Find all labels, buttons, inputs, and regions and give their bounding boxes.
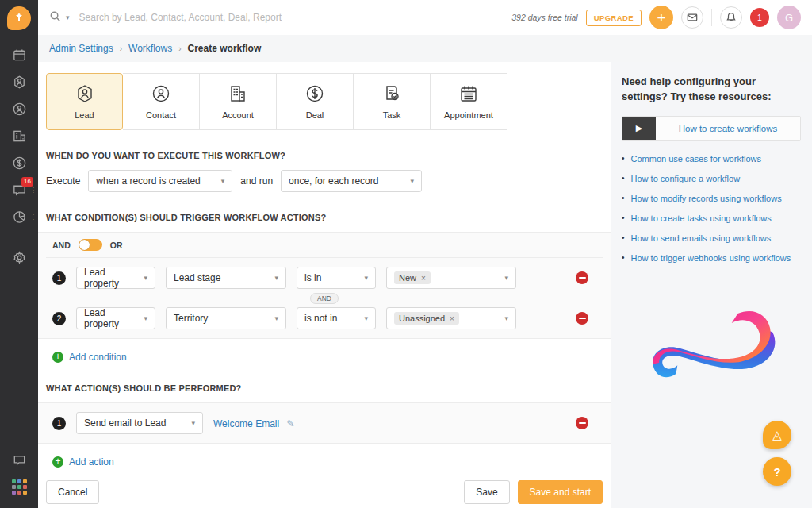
analytics-nav-icon[interactable]: ⋮ [0, 203, 38, 230]
remove-condition-button[interactable] [576, 271, 588, 284]
property-type-dropdown[interactable]: Lead property ▾ [76, 267, 155, 289]
conversations-nav-icon[interactable]: 16 ⋮ [0, 176, 38, 203]
accounts-nav-icon[interactable] [0, 122, 38, 149]
action-type-dropdown[interactable]: Send email to Lead ▾ [76, 412, 203, 434]
conditions-group: AND OR 1 Lead property ▾ Lead stage ▾ is… [38, 232, 611, 339]
breadcrumb: Admin Settings › Workflows › Create work… [38, 35, 812, 62]
chevron-down-icon: ▾ [191, 419, 195, 427]
actions-section-heading: WHAT ACTION(S) SHOULD BE PERFORMED? [46, 383, 603, 393]
chevron-down-icon: ▾ [221, 177, 225, 185]
conditions-section-heading: WHAT CONDITION(S) SHOULD TRIGGER WORKFLO… [46, 213, 603, 222]
field-dropdown[interactable]: Lead stage ▾ [166, 267, 286, 289]
bullet-icon: • [622, 233, 625, 243]
search-icon[interactable] [49, 10, 61, 25]
conversations-badge: 16 [21, 177, 33, 187]
property-type-dropdown[interactable]: Lead property ▾ [76, 307, 155, 329]
operator-dropdown[interactable]: is not in ▾ [297, 307, 376, 329]
value-chip-text: Unassigned [399, 314, 445, 323]
bullet-icon: • [622, 214, 625, 223]
contacts-nav-icon[interactable] [0, 95, 38, 122]
help-links-list: •Common use cases for workflows •How to … [622, 154, 801, 263]
add-condition-link[interactable]: + Add condition [52, 352, 127, 363]
help-video-card[interactable]: ▶ How to create workflows [622, 116, 801, 141]
play-icon[interactable]: ▶ [622, 116, 656, 141]
settings-nav-icon[interactable] [0, 244, 38, 271]
deals-nav-icon[interactable] [0, 149, 38, 176]
search-scope-chevron-icon[interactable]: ▾ [66, 13, 70, 21]
remove-chip-icon[interactable]: × [421, 274, 426, 283]
app-sidebar: 16 ⋮ ⋮ [0, 0, 38, 508]
entity-label: Deal [306, 110, 324, 120]
value-multiselect[interactable]: New × ▾ [386, 267, 516, 289]
breadcrumb-admin-settings[interactable]: Admin Settings [49, 43, 113, 54]
condition-row: 1 Lead property ▾ Lead stage ▾ is in ▾ N… [46, 258, 603, 298]
user-avatar[interactable]: G [777, 6, 801, 29]
footer-action-bar: Cancel Save Save and start [38, 475, 611, 508]
entity-label: Contact [146, 110, 176, 120]
execute-label: Execute [46, 175, 80, 187]
and-toggle-label: AND [52, 241, 71, 250]
help-link[interactable]: •How to create tasks using workflows [622, 214, 801, 223]
plus-icon: + [52, 456, 63, 468]
chevron-down-icon: ▾ [274, 274, 278, 282]
remove-action-button[interactable] [576, 417, 588, 429]
calendar-nav-icon[interactable] [0, 41, 38, 68]
feedback-chat-icon[interactable] [0, 446, 38, 473]
notification-count-badge[interactable]: 1 [750, 8, 769, 27]
email-icon[interactable] [681, 6, 703, 29]
floating-buttons: ◬ ? [763, 421, 791, 486]
and-or-toggle-row: AND OR [46, 233, 603, 258]
entity-card-lead[interactable]: Lead [46, 73, 123, 130]
cancel-button[interactable]: Cancel [46, 480, 99, 504]
help-link[interactable]: •How to configure a workflow [622, 174, 801, 183]
run-frequency-dropdown[interactable]: once, for each record ▾ [281, 170, 422, 192]
breadcrumb-current-page: Create workflow [188, 43, 262, 54]
help-link[interactable]: •Common use cases for workflows [622, 154, 801, 164]
value-multiselect[interactable]: Unassigned × ▾ [386, 307, 516, 329]
help-link[interactable]: •How to modify records using workflows [622, 194, 801, 203]
bullet-icon: • [622, 253, 625, 263]
freshsales-logo[interactable] [7, 6, 31, 30]
email-template-link[interactable]: Welcome Email [213, 418, 279, 429]
notifications-bell-icon[interactable] [720, 6, 742, 29]
app-grid-icon[interactable] [0, 473, 38, 500]
freshworks-switcher-button[interactable]: ◬ [763, 421, 791, 449]
entity-card-task[interactable]: Task [354, 73, 431, 130]
add-action-label: Add action [69, 456, 114, 468]
entity-card-contact[interactable]: Contact [123, 73, 200, 130]
breadcrumb-chevron-icon: › [178, 44, 181, 53]
entity-selector: Lead Contact Account Deal Task Appointme… [46, 73, 603, 130]
run-frequency-value: once, for each record [289, 175, 378, 187]
help-link[interactable]: •How to trigger webhooks using workflows [622, 253, 801, 263]
operator-value: is in [304, 272, 321, 283]
entity-label: Appointment [444, 110, 493, 120]
quick-add-button[interactable]: + [649, 6, 673, 29]
trigger-dropdown[interactable]: when a record is created ▾ [88, 170, 232, 192]
entity-card-account[interactable]: Account [200, 73, 277, 130]
field-dropdown[interactable]: Territory ▾ [166, 307, 286, 329]
help-panel: Need help configuring your settings? Try… [611, 62, 812, 508]
value-chip-text: New [399, 273, 416, 283]
breadcrumb-workflows[interactable]: Workflows [128, 43, 172, 54]
and-run-label: and run [240, 175, 273, 187]
trigger-dropdown-value: when a record is created [96, 175, 200, 187]
add-action-link[interactable]: + Add action [52, 456, 114, 468]
entity-card-deal[interactable]: Deal [277, 73, 354, 130]
upgrade-button[interactable]: UPGRADE [586, 10, 642, 26]
entity-card-appointment[interactable]: Appointment [431, 73, 508, 130]
help-link[interactable]: •How to send emails using workflows [622, 233, 801, 243]
remove-condition-button[interactable] [576, 312, 588, 325]
help-button[interactable]: ? [763, 457, 791, 486]
operator-dropdown[interactable]: is in ▾ [297, 267, 376, 289]
and-or-toggle[interactable] [79, 239, 102, 251]
edit-template-icon[interactable]: ✎ [287, 418, 295, 429]
trial-days-text: 392 days free trial [511, 13, 577, 22]
property-type-value: Lead property [84, 267, 136, 289]
leads-nav-icon[interactable] [0, 68, 38, 95]
analytics-more-dots: ⋮ [30, 216, 36, 218]
save-and-start-button[interactable]: Save and start [518, 480, 603, 504]
action-number-badge: 1 [52, 417, 66, 430]
remove-chip-icon[interactable]: × [450, 314, 454, 323]
search-input[interactable] [79, 12, 341, 23]
save-button[interactable]: Save [464, 480, 509, 504]
